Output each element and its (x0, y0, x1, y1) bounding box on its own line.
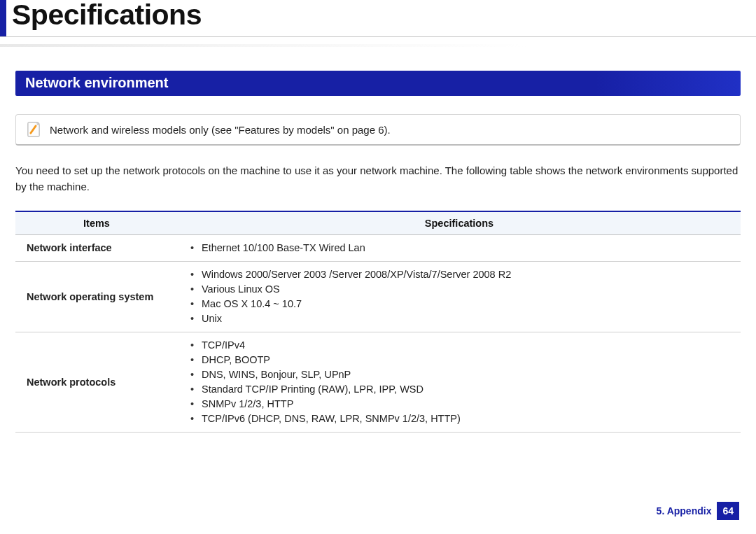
note-box: Network and wireless models only (see "F… (15, 114, 741, 146)
item-cell: Network interface (15, 234, 178, 261)
note-icon (26, 120, 41, 139)
spec-cell: Ethernet 10/100 Base-TX Wired Lan (178, 234, 741, 261)
table-header-row: Items Specifications (15, 211, 741, 235)
spec-item: Various Linux OS (189, 282, 729, 297)
spec-item: Mac OS X 10.4 ~ 10.7 (189, 297, 729, 311)
table-header-specs: Specifications (178, 211, 741, 235)
page-number: 64 (717, 502, 739, 520)
item-cell: Network operating system (15, 261, 178, 332)
table-row: Network interface Ethernet 10/100 Base-T… (15, 234, 741, 261)
title-underline (0, 44, 756, 47)
spec-item: Ethernet 10/100 Base-TX Wired Lan (189, 241, 729, 255)
intro-paragraph: You need to set up the network protocols… (15, 162, 741, 195)
spec-item: Windows 2000/Server 2003 /Server 2008/XP… (189, 267, 729, 282)
title-accent-bar (0, 0, 6, 36)
spec-cell: Windows 2000/Server 2003 /Server 2008/XP… (178, 261, 741, 332)
spec-item: TCP/IPv6 (DHCP, DNS, RAW, LPR, SNMPv 1/2… (189, 412, 729, 426)
spec-item: Unix (189, 311, 729, 326)
spec-item: TCP/IPv4 (189, 338, 729, 353)
item-cell: Network protocols (15, 332, 178, 432)
section-heading: Network environment (15, 71, 741, 96)
page-footer: 5. Appendix 64 (657, 502, 739, 520)
note-text: Network and wireless models only (see "F… (50, 124, 391, 136)
spec-item: DHCP, BOOTP (189, 353, 729, 367)
table-row: Network operating system Windows 2000/Se… (15, 261, 741, 332)
title-wrap: Specifications (0, 0, 756, 37)
page-title: Specifications (12, 0, 202, 30)
footer-chapter-label: 5. Appendix (657, 505, 712, 517)
spec-cell: TCP/IPv4 DHCP, BOOTP DNS, WINS, Bonjour,… (178, 332, 741, 432)
spec-table: Items Specifications Network interface E… (15, 211, 741, 433)
spec-item: SNMPv 1/2/3, HTTP (189, 397, 729, 412)
table-row: Network protocols TCP/IPv4 DHCP, BOOTP D… (15, 332, 741, 432)
spec-item: Standard TCP/IP Printing (RAW), LPR, IPP… (189, 382, 729, 397)
table-header-items: Items (15, 211, 178, 235)
spec-item: DNS, WINS, Bonjour, SLP, UPnP (189, 367, 729, 382)
content-area: Network environment Network and wireless… (0, 71, 756, 433)
